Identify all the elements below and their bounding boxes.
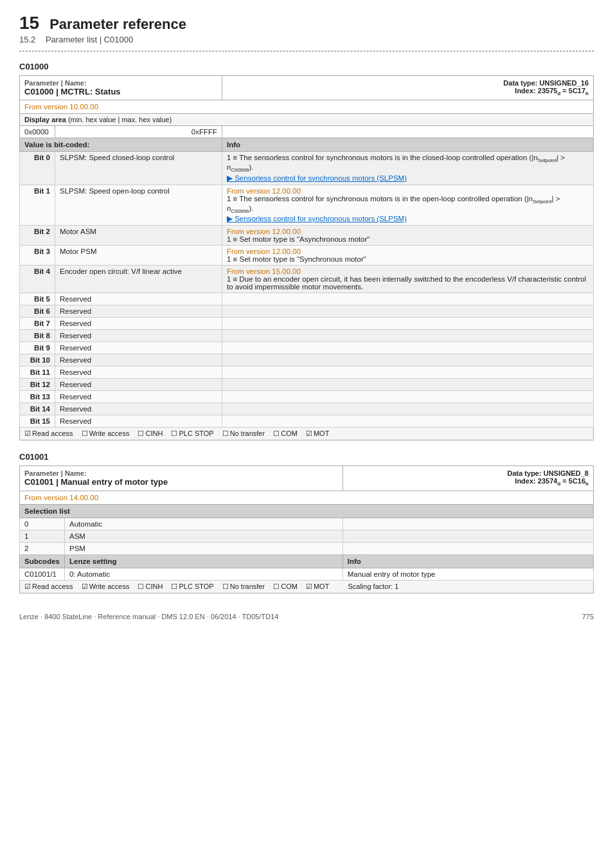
c01000-bit13-row: Bit 13Reserved [20,391,594,403]
c01000-read-access: Read access [24,429,73,438]
c01000-section-label: C01000 [19,62,594,71]
section-divider [19,51,594,51]
chapter-title: Parameter reference [49,16,186,33]
c01001-footer: Read access Write access CINH PLC STOP N… [20,580,594,593]
c01000-footer: Read access Write access CINH PLC STOP N… [20,428,594,440]
c01001-sel-1: 1 ASM [20,530,594,542]
c01000-plc-stop: PLC STOP [171,429,213,438]
c01000-bit7-row: Bit 7Reserved [20,318,594,330]
c01000-bit1-row: Bit 1 SLPSM: Speed open-loop control Fro… [20,185,594,226]
c01000-bit9-row: Bit 9Reserved [20,342,594,354]
c01001-table: Parameter | Name: C01001 | Manual entry … [19,466,594,593]
page-header: 15 Parameter reference 15.2 Parameter li… [19,13,594,44]
c01001-sel-0: 0 Automatic [20,518,594,530]
c01001-subcode-row: C01001/1 0: Automatic Manual entry of mo… [20,568,594,580]
c01000-com: COM [273,429,298,438]
c01000-bit10-row: Bit 10Reserved [20,354,594,366]
c01000-from-version: From version 10.00.00 [20,100,594,114]
c01001-sel-list-header: Selection list [20,504,594,518]
c01000-bit2-row: Bit 2 Motor ASM From version 12.00.00 1 … [20,226,594,246]
c01000-bit8-row: Bit 8Reserved [20,330,594,342]
c01000-no-transfer: No transfer [222,429,265,438]
c01000-header-row: Parameter | Name: C01000 | MCTRL: Status… [20,76,594,100]
c01000-hex-range: 0x0000 0xFFFF [20,126,594,138]
c01001-section-label: C01001 [19,452,594,462]
c01001-mot: MOT [306,583,329,591]
c01000-value-header: Value is bit-coded: Info [20,138,594,152]
c01001-scaling: Scaling factor: 1 [348,583,398,590]
c01000-bit0-link[interactable]: ▶ Sensorless control for synchronous mot… [227,174,407,182]
c01000-param-label: Parameter | Name: [24,79,217,87]
c01000-bit6-row: Bit 6Reserved [20,305,594,318]
c01000-write-access: Write access [82,429,130,438]
c01000-bit12-row: Bit 12Reserved [20,379,594,391]
c01001-sel-2: 2 PSM [20,542,594,554]
c01001-cinh: CINH [138,583,163,591]
c01001-data-type: Data type: UNSIGNED_8 Index: 23574d = 5C… [342,466,593,491]
c01000-data-type: Data type: UNSIGNED_16 Index: 23575d = 5… [222,76,594,100]
c01000-display-area: Display area (min. hex value | max. hex … [20,114,594,126]
footer-left: Lenze · 8400 StateLine · Reference manua… [19,613,278,620]
c01000-bit3-row: Bit 3 Motor PSM From version 12.00.00 1 … [20,246,594,266]
c01000-bit4-row: Bit 4 Encoder open circuit: V/f linear a… [20,266,594,293]
c01000-param-id-name: C01000 | MCTRL: Status [24,87,217,96]
c01001-param-label: Parameter | Name: [24,469,338,477]
chapter-number: 15 [19,13,39,33]
c01000-bit5-row: Bit 5Reserved [20,293,594,305]
section-ref: 15.2 Parameter list | C01000 [19,35,594,44]
c01001-header-row: Parameter | Name: C01001 | Manual entry … [20,466,594,491]
c01001-from-version: From version 14.00.00 [20,491,594,504]
footer-right: 775 [582,613,594,620]
c01000-bit1-link[interactable]: ▶ Sensorless control for synchronous mot… [227,215,407,222]
c01000-mot: MOT [306,429,329,438]
page-footer: Lenze · 8400 StateLine · Reference manua… [19,613,594,620]
c01000-cinh: CINH [138,429,163,438]
c01001-param-id-name: C01001 | Manual entry of motor type [24,477,338,487]
c01001-com: COM [273,583,298,591]
c01001-no-transfer: No transfer [222,583,265,591]
c01000-bit14-row: Bit 14Reserved [20,403,594,415]
c01001-read-access: Read access [24,583,73,591]
c01001-plc-stop: PLC STOP [171,583,213,591]
c01000-bit11-row: Bit 11Reserved [20,366,594,379]
c01000-bit15-row: Bit 15Reserved [20,415,594,428]
c01000-bit0-row: Bit 0 SLPSM: Speed closed-loop control 1… [20,152,594,185]
c01000-table: Parameter | Name: C01000 | MCTRL: Status… [19,75,594,440]
c01001-subcodes-header: Subcodes Lenze setting Info [20,554,594,568]
c01001-write-access: Write access [82,583,130,591]
